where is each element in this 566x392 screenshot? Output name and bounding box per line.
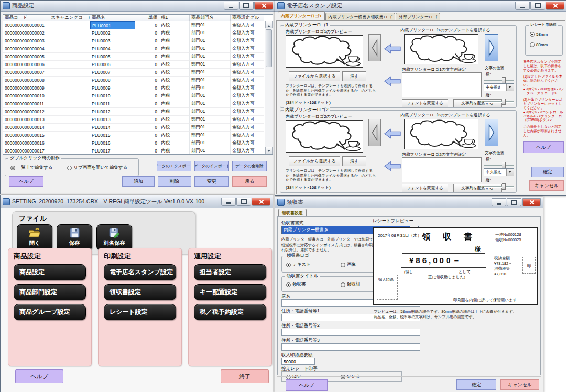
scroll-down-icon[interactable] (265, 147, 273, 154)
template-next-button[interactable] (485, 34, 498, 61)
titlebar-stamp[interactable]: 電子店名スタンプ設定 (275, 1, 566, 12)
panel-button[interactable]: 電子店名スタンプ設定 (104, 264, 176, 280)
panel-button[interactable]: 商品グループ設定 (14, 304, 86, 320)
change-button[interactable]: 変更 (194, 176, 229, 187)
table-row[interactable]: 0000000000000001PLU00010内税部門01金額入力可 (3, 21, 273, 29)
panel-button[interactable]: 領収書設定 (104, 284, 176, 300)
clear-logo-button[interactable]: 消す (342, 156, 366, 166)
tab-internal-printer-receipt-logo[interactable]: 内蔵プリンター横書き領収書ロゴ (325, 13, 395, 20)
table-row[interactable]: 0000000000000012PLU00120内税部門01金額入力可 (3, 108, 273, 116)
tab-external-printer-logo[interactable]: 外部プリンターロゴ (396, 13, 440, 20)
select-from-file-button[interactable]: ファイルから選択する (289, 156, 340, 166)
slider-thumb[interactable] (502, 99, 506, 105)
column-header[interactable]: 商品部門名 (190, 15, 231, 21)
align-select[interactable]: 中央揃え (484, 168, 514, 176)
panel-button[interactable]: 商品部門設定 (14, 284, 86, 300)
select-from-file-button[interactable]: ファイルから選択する (289, 71, 340, 81)
minimize-button[interactable] (224, 2, 238, 10)
scroll-thumb[interactable] (266, 29, 272, 67)
radio-58mm[interactable]: 58mm (530, 32, 548, 37)
table-row[interactable]: 0000000000000011PLU00110内税部門01金額入力可 (3, 100, 273, 108)
table-row[interactable]: 0000000000000006PLU00060内税部門01金額入力可 (3, 61, 273, 69)
address3-input[interactable] (281, 343, 420, 351)
close-button[interactable] (254, 2, 273, 10)
help-button[interactable]: ヘルプ (286, 379, 328, 391)
change-font-button[interactable]: フォントを変更する (402, 184, 448, 192)
table-row[interactable]: 0000000000000014PLU00140内税部門01金額入力可 (3, 124, 273, 132)
maximize-button[interactable] (239, 2, 254, 10)
tab-receipt-settings[interactable]: 領収書設定 (278, 209, 307, 217)
close-button[interactable] (546, 2, 564, 10)
scroll-up-icon[interactable] (265, 21, 273, 28)
column-header[interactable]: 商品コード (3, 15, 49, 21)
data-export-button[interactable]: データのエクスポート (157, 161, 191, 171)
data-import-button[interactable]: データのインポート (194, 161, 229, 171)
delete-button[interactable]: 削除 (158, 176, 191, 187)
logo-text-input[interactable] (402, 72, 482, 97)
radio-80mm[interactable]: 80mm (530, 42, 548, 47)
panel-button[interactable]: 商品設定 (14, 264, 86, 280)
help-button[interactable]: ヘルプ (15, 369, 63, 383)
radio-edit-in-subscreen[interactable]: サブ画面を開いて編集する (67, 165, 127, 171)
table-row[interactable]: 0000000000000015PLU00150内税部門01金額入力可 (3, 132, 273, 139)
template-prev-button[interactable] (368, 34, 381, 61)
radio-logo-text[interactable]: テキスト (286, 262, 311, 268)
file-button-save-as[interactable]: 別名保存 (96, 224, 132, 251)
table-scrollbar[interactable] (265, 21, 273, 154)
minimize-button[interactable] (492, 198, 506, 206)
table-row[interactable]: 0000000000000013PLU00130内税部門01金額入力可 (3, 116, 273, 124)
help-button[interactable]: ヘルプ (523, 141, 564, 153)
table-row[interactable]: 0000000000000009PLU00090内税部門01金額入力可 (3, 84, 273, 92)
maximize-button[interactable] (530, 2, 545, 10)
tab-internal-printer-logo[interactable]: 内蔵プリンターロゴ1 (278, 11, 325, 20)
file-button-save[interactable]: 保存 (57, 224, 92, 251)
cancel-button[interactable]: キャンセル (500, 379, 539, 390)
change-font-button[interactable]: フォントを変更する (402, 99, 448, 107)
radio-title-ryoshusho[interactable]: 領収書 (286, 281, 306, 288)
titlebar-receipt[interactable]: 領収書 (275, 197, 543, 208)
table-row[interactable]: 0000000000000005PLU00050内税部門01金額入力可 (3, 53, 273, 61)
slider-thumb[interactable] (502, 77, 506, 83)
template-prev-button[interactable] (368, 119, 381, 146)
column-header[interactable]: スキャニングコード (49, 15, 90, 21)
template-next-button[interactable] (485, 119, 498, 146)
radio-logo-image[interactable]: 画像 (341, 262, 356, 268)
revenue-stamp-amount-input[interactable]: 50000 (281, 358, 315, 365)
minimize-button[interactable] (221, 198, 236, 206)
vertical-slider[interactable] (484, 98, 514, 105)
minimize-button[interactable] (515, 2, 530, 10)
confirm-button[interactable]: 確定 (456, 379, 496, 390)
maximize-button[interactable] (236, 198, 251, 206)
data-delete-all-button[interactable]: データの全削除 (232, 161, 267, 171)
table-row[interactable]: 0000000000000008PLU00080内税部門01金額入力可 (3, 77, 273, 84)
table-row[interactable]: 0000000000000002PLU00020内税部門01金額入力可 (3, 29, 273, 37)
panel-button[interactable]: 税／税予約設定 (194, 304, 266, 320)
address2-input[interactable] (281, 329, 420, 336)
back-button[interactable]: 戻る (232, 176, 267, 187)
exit-button[interactable]: 終了 (221, 369, 269, 383)
titlebar-product[interactable]: 商品設定 (1, 1, 275, 12)
table-row[interactable]: 0000000000000016PLU00160内税部門01金額入力可 (3, 139, 273, 147)
titlebar-tool[interactable]: SETTING_20200920_173254.CRX V-REGI 簡単設定ツ… (1, 195, 273, 208)
table-row[interactable]: 0000000000000010PLU00100内税部門01金額入力可 (3, 92, 273, 100)
help-button[interactable]: ヘルプ (9, 176, 43, 187)
slider-thumb[interactable] (502, 162, 506, 168)
chevron-down-icon[interactable] (506, 169, 514, 176)
maximize-button[interactable] (507, 198, 521, 206)
cancel-button[interactable]: キャンセル (529, 180, 564, 191)
column-header[interactable]: 税1 (159, 15, 190, 21)
file-button-open[interactable]: 開く (17, 224, 52, 251)
logo-text-input[interactable] (402, 157, 482, 182)
radio-edit-in-list[interactable]: 一覧上で編集する (10, 165, 53, 171)
radio-title-ryoshushou[interactable]: 領収証 (341, 281, 361, 288)
column-header[interactable]: 商品名 (90, 15, 135, 21)
panel-button[interactable]: 担当者設定 (194, 264, 266, 280)
vertical-slider[interactable] (484, 183, 514, 190)
column-header[interactable]: 単価 (135, 15, 159, 21)
table-row[interactable]: 0000000000000007PLU00070内税部門01金額入力可 (3, 69, 273, 77)
clear-logo-button[interactable]: 消す (342, 71, 366, 81)
horizontal-slider[interactable] (484, 77, 514, 84)
horizontal-slider[interactable] (484, 161, 514, 169)
table-row[interactable]: 0000000000000003PLU00030内税部門01金額入力可 (3, 37, 273, 45)
slider-thumb[interactable] (502, 183, 506, 190)
